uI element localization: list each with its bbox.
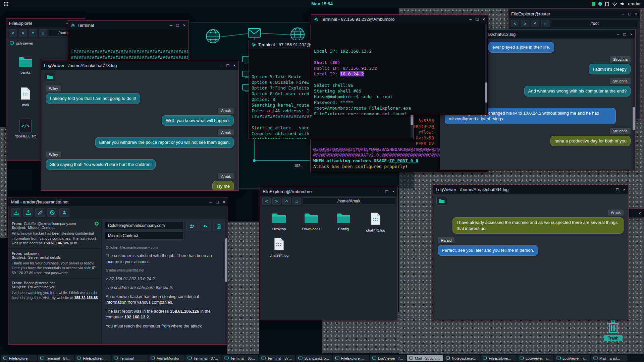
forward-button[interactable]: > — [521, 20, 529, 27]
maximize-button[interactable]: □ — [386, 189, 388, 194]
titlebar[interactable]: LogViewer - /home/Arnak/chat994.log – □ … — [433, 185, 628, 194]
titlebar[interactable]: Terminal – □ × — [68, 21, 188, 29]
back-button[interactable]: < — [9, 29, 17, 37]
taskbar-item[interactable]: LogViewer - /... — [370, 355, 406, 361]
minimize-button[interactable]: – — [209, 200, 212, 204]
minimize-button[interactable]: – — [617, 32, 619, 37]
up-button[interactable]: ^ — [29, 29, 37, 37]
back-button[interactable]: < — [511, 20, 519, 27]
file-item[interactable]: </> ftpSHELL.src — [10, 118, 41, 139]
scrollbar[interactable] — [485, 24, 487, 114]
wifi-icon[interactable] — [612, 2, 617, 6]
reply-button[interactable] — [200, 222, 211, 231]
file-item[interactable]: </> chat994.log — [263, 236, 295, 259]
speaker-icon[interactable] — [620, 2, 625, 6]
email-list-item[interactable]: From:Coloffen@exmarlicompany.com Subject… — [8, 219, 101, 249]
open-file-button[interactable] — [436, 196, 447, 205]
close-button[interactable]: × — [233, 63, 236, 68]
open-file-button[interactable] — [45, 72, 55, 81]
taskbar-item[interactable]: FileExplorer... — [333, 355, 369, 361]
file-item[interactable]: </> Desktop — [263, 211, 295, 234]
scrollbar[interactable] — [225, 220, 227, 344]
file-item[interactable]: </> chat773.log — [360, 211, 391, 234]
close-button[interactable]: × — [222, 200, 225, 204]
scrollbar[interactable] — [633, 39, 635, 169]
minimize-button[interactable]: – — [379, 189, 381, 194]
minimize-button[interactable]: – — [220, 63, 222, 68]
email-list-item[interactable]: From:Boorla@sterna.net Subject:I'm watch… — [8, 278, 101, 303]
apps-grid-icon[interactable] — [3, 1, 9, 7]
taskbar-item[interactable]: Terminal - 87... — [259, 355, 295, 361]
add-contact-button[interactable] — [186, 222, 198, 231]
status-square-icon[interactable] — [592, 2, 595, 6]
forward-button[interactable]: > — [272, 197, 281, 205]
taskbar-item[interactable]: FileExplorer... — [75, 355, 111, 361]
scrollbar-thumb[interactable] — [633, 107, 635, 130]
taskbar-item[interactable]: Terminal - 65... — [222, 355, 258, 361]
home-button[interactable]: ⌂ — [541, 20, 549, 27]
taskbar-item[interactable]: FileExplorer — [1, 355, 37, 361]
close-button[interactable]: × — [635, 12, 638, 16]
taskbar-item[interactable]: Mail - arad... — [591, 355, 627, 361]
subject-field[interactable]: Mission Contract — [105, 232, 183, 240]
trash-icon[interactable]: Trash — [599, 320, 627, 341]
contacts-button[interactable] — [59, 208, 69, 217]
inbox-button[interactable] — [11, 208, 21, 217]
back-button[interactable]: < — [262, 197, 271, 205]
file-item[interactable]: </> banks — [10, 55, 41, 76]
scrollbar-thumb[interactable] — [225, 238, 227, 282]
taskbar-item[interactable]: LogViewer - /... — [518, 355, 553, 361]
taskbar-item[interactable]: Mail - Struchr... — [407, 355, 443, 361]
maximize-button[interactable]: □ — [216, 200, 219, 204]
status-circle-icon[interactable] — [598, 2, 602, 6]
titlebar[interactable]: FileExplorer@Ambumbro – □ × — [260, 187, 397, 196]
taskbar-item[interactable]: Terminal - 87... — [185, 355, 221, 361]
scrollbar-thumb[interactable] — [485, 82, 487, 103]
clipboard-icon[interactable] — [605, 1, 609, 6]
close-button[interactable]: × — [638, 211, 641, 216]
up-button[interactable]: ^ — [282, 197, 291, 205]
close-button[interactable]: × — [183, 23, 185, 27]
forward-button[interactable]: > — [19, 29, 27, 37]
taskbar-item[interactable]: Notepad.exe... — [444, 355, 480, 361]
home-button[interactable]: ⌂ — [292, 197, 301, 205]
close-button[interactable]: × — [482, 17, 485, 21]
maximize-button[interactable]: □ — [476, 17, 479, 21]
close-button[interactable]: × — [392, 189, 395, 194]
minimize-button[interactable]: – — [622, 12, 624, 16]
maximize-button[interactable]: □ — [227, 63, 229, 68]
taskbar-item[interactable]: LogViewer - /... — [554, 355, 590, 361]
titlebar[interactable]: Mail - aradar@assurantltd.net – □ × — [8, 197, 228, 206]
titlebar[interactable]: LogViewer - /home/Arnak/chat773.log – □ … — [41, 61, 238, 70]
titlebar[interactable]: Terminal - 87.156.91.232@Ambumbro – □ × — [311, 15, 488, 23]
maximize-button[interactable]: □ — [624, 32, 626, 37]
home-button[interactable]: ⌂ — [39, 29, 47, 37]
send-button[interactable] — [23, 208, 33, 217]
taskbar-item[interactable]: Terminal - 87... — [38, 355, 74, 361]
path-input[interactable]: /root — [551, 20, 638, 27]
compose-button[interactable] — [35, 208, 45, 217]
close-button[interactable]: × — [623, 187, 626, 192]
minimize-button[interactable]: – — [610, 187, 612, 192]
delete-button[interactable] — [213, 222, 224, 231]
taskbar-item[interactable]: FileExplorer... — [481, 355, 517, 361]
close-button[interactable]: × — [630, 32, 633, 37]
path-input[interactable]: /home/Arnak — [303, 197, 395, 205]
file-item[interactable]: </> Downloads — [296, 211, 327, 234]
terminal-output[interactable]: Local IP: 192.168.13.2 Shell (86)Public … — [311, 23, 488, 115]
file-item[interactable]: </> mail — [10, 86, 41, 108]
minimize-button[interactable]: – — [170, 23, 172, 27]
minimize-button[interactable]: – — [469, 17, 472, 21]
maximize-button[interactable]: □ — [629, 12, 631, 16]
taskbar-item[interactable]: AdminMonitor — [149, 355, 184, 361]
email-list-item[interactable]: From:unknown Subject:Server rental detai… — [8, 249, 101, 279]
maximize-button[interactable]: □ — [616, 187, 619, 192]
taskbar-item[interactable]: ScanLan@ro... — [296, 355, 332, 361]
block-button[interactable] — [47, 208, 57, 217]
taskbar-item[interactable]: Terminal — [112, 355, 148, 361]
titlebar[interactable]: FileExplorer@router – □ × — [508, 9, 640, 18]
up-button[interactable]: ^ — [531, 20, 539, 27]
file-item[interactable]: </> Config — [328, 211, 359, 234]
maximize-button[interactable]: □ — [176, 23, 179, 27]
recipient-field[interactable]: Coloffen@exmarlicompany.com — [105, 222, 183, 230]
